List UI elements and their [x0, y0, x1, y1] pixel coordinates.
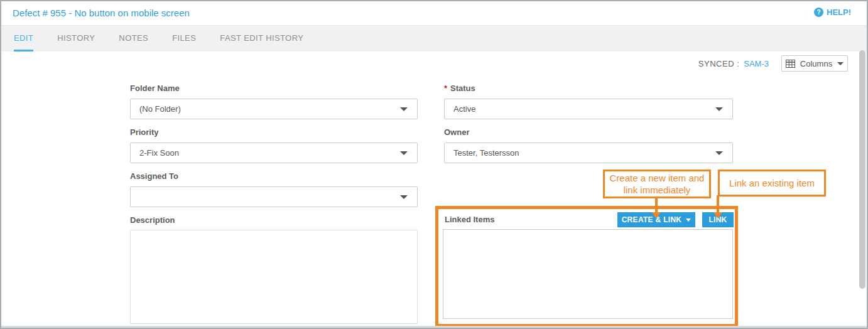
- help-label: HELP!: [827, 8, 851, 17]
- chevron-down-icon: [400, 151, 408, 155]
- help-icon: ?: [814, 8, 823, 17]
- assigned-to-label: Assigned To: [130, 171, 178, 181]
- folder-name-select[interactable]: (No Folder): [130, 99, 418, 119]
- page-title: Defect # 955 - No button on mobile scree…: [13, 8, 190, 18]
- folder-name-value: (No Folder): [139, 104, 181, 114]
- linked-items-list: [443, 229, 733, 319]
- link-callout: Link an existing item: [718, 170, 826, 197]
- chevron-down-icon: [400, 107, 408, 111]
- vertical-scrollbar-thumb[interactable]: [859, 50, 865, 289]
- folder-name-label: Folder Name: [130, 84, 180, 93]
- owner-select[interactable]: Tester, Testersson: [444, 143, 733, 163]
- status-label-text: Status: [450, 84, 475, 93]
- required-asterisk: *: [444, 84, 447, 93]
- owner-label: Owner: [444, 127, 469, 137]
- columns-button-label: Columns: [800, 59, 832, 68]
- priority-select[interactable]: 2-Fix Soon: [130, 143, 418, 163]
- status-label: *Status: [444, 84, 475, 93]
- description-textarea[interactable]: [130, 230, 418, 324]
- callout-arrow-stem: [655, 197, 658, 213]
- defect-edit-window: Defect # 955 - No button on mobile scree…: [0, 0, 868, 329]
- status-select[interactable]: Active: [444, 99, 733, 119]
- chevron-down-icon: [686, 218, 691, 222]
- owner-value: Tester, Testersson: [453, 148, 519, 158]
- assigned-to-select[interactable]: [130, 186, 418, 207]
- chevron-down-icon: [400, 195, 408, 199]
- title-bar: Defect # 955 - No button on mobile scree…: [1, 1, 867, 25]
- tab-notes[interactable]: NOTES: [119, 26, 148, 51]
- synced-link[interactable]: SAM-3: [744, 59, 769, 68]
- tab-files[interactable]: FILES: [172, 26, 196, 51]
- priority-label: Priority: [130, 127, 159, 137]
- table-grid-icon: [786, 60, 795, 68]
- columns-button[interactable]: Columns: [781, 55, 848, 72]
- chevron-down-icon: [715, 107, 723, 111]
- linked-items-label: Linked Items: [445, 215, 494, 224]
- status-value: Active: [453, 104, 475, 114]
- description-label: Description: [130, 215, 175, 225]
- tab-fast-edit-history[interactable]: FAST EDIT HISTORY: [220, 26, 303, 51]
- synced-label: SYNCED :: [698, 59, 739, 68]
- create-link-callout: Create a new item and link immediately: [603, 170, 711, 198]
- tab-history[interactable]: HISTORY: [57, 26, 95, 51]
- callout-arrow-head-icon: [652, 212, 661, 218]
- callout-arrow-stem: [717, 195, 719, 213]
- priority-value: 2-Fix Soon: [139, 148, 179, 158]
- help-button[interactable]: ? HELP!: [814, 8, 851, 17]
- chevron-down-icon: [837, 62, 844, 65]
- sync-row: SYNCED : SAM-3 Columns: [698, 55, 848, 72]
- tab-edit[interactable]: EDIT: [14, 26, 33, 51]
- bottom-divider: [1, 326, 867, 328]
- chevron-down-icon: [715, 151, 723, 155]
- callout-arrow-head-icon: [713, 212, 722, 218]
- tab-bar: EDIT HISTORY NOTES FILES FAST EDIT HISTO…: [1, 25, 867, 51]
